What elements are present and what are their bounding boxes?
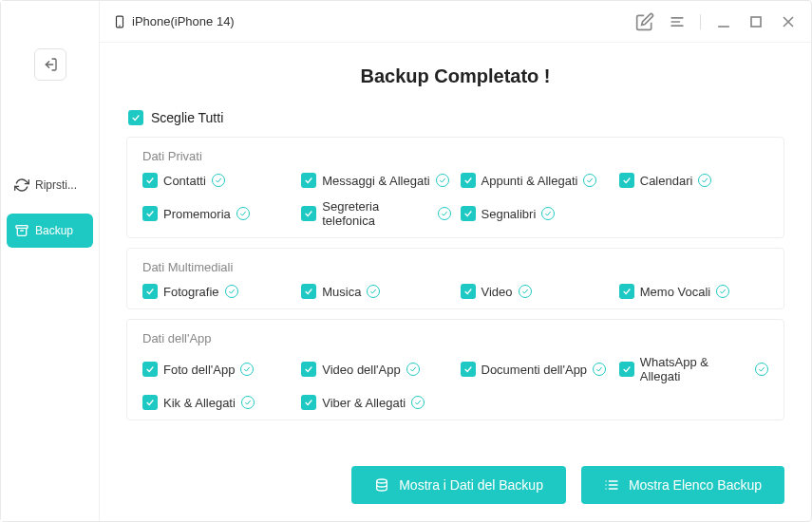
- checkbox[interactable]: [142, 362, 158, 377]
- checkbox[interactable]: [142, 284, 158, 299]
- item-label: Segreteria telefonica: [322, 199, 431, 228]
- checkbox[interactable]: [142, 173, 158, 188]
- data-type-item[interactable]: Memo Vocali: [619, 284, 768, 299]
- footer-actions: Mostra i Dati del Backup Mostra Elenco B…: [126, 449, 784, 504]
- data-type-item[interactable]: Kik & Allegati: [142, 395, 292, 410]
- svg-point-12: [377, 479, 387, 483]
- data-type-item[interactable]: Viber & Allegati: [301, 395, 450, 410]
- checkbox[interactable]: [619, 284, 634, 299]
- data-type-item[interactable]: Promemoria: [142, 199, 292, 228]
- data-type-item[interactable]: Calendari: [619, 173, 768, 188]
- back-button[interactable]: [34, 48, 66, 81]
- main-area: iPhone(iPhone 14) Backup Completato ! Sc…: [100, 1, 811, 521]
- data-type-item[interactable]: Musica: [301, 284, 450, 299]
- checkbox[interactable]: [301, 206, 316, 221]
- device-indicator: iPhone(iPhone 14): [113, 13, 235, 30]
- check-circle-icon: [438, 207, 451, 220]
- item-label: Documenti dell'App: [482, 363, 588, 377]
- data-type-item[interactable]: Messaggi & Allegati: [301, 173, 450, 188]
- sidebar-item-label: Riprsti...: [35, 178, 77, 192]
- check-circle-icon: [406, 363, 420, 376]
- refresh-icon: [14, 177, 29, 193]
- app-window: Riprsti... Backup iPhone(iPhone 14): [0, 0, 812, 522]
- button-label: Mostra i Dati del Backup: [399, 477, 543, 493]
- select-all-checkbox[interactable]: [128, 110, 143, 125]
- checkbox[interactable]: [142, 395, 158, 410]
- item-label: Appunti & Allegati: [482, 174, 578, 188]
- archive-icon: [14, 223, 29, 238]
- data-type-item[interactable]: Appunti & Allegati: [461, 173, 610, 188]
- item-label: Viber & Allegati: [322, 396, 406, 410]
- maximize-button[interactable]: [746, 12, 765, 31]
- check-circle-icon: [411, 396, 425, 409]
- menu-icon[interactable]: [668, 12, 687, 31]
- checkbox[interactable]: [301, 395, 316, 410]
- window-controls: [635, 12, 798, 31]
- data-type-item[interactable]: Video dell'App: [301, 355, 450, 383]
- section-title: Dati dell'App: [142, 331, 768, 345]
- sidebar-item-label: Backup: [35, 224, 73, 237]
- check-circle-icon: [212, 174, 225, 187]
- select-all-row[interactable]: Sceglie Tutti: [126, 110, 784, 125]
- checkbox[interactable]: [461, 173, 476, 188]
- sidebar-item-restore[interactable]: Riprsti...: [7, 168, 93, 202]
- check-circle-icon: [519, 285, 532, 298]
- check-circle-icon: [241, 396, 255, 409]
- checkbox[interactable]: [461, 206, 476, 221]
- item-label: Musica: [322, 285, 361, 299]
- checkbox[interactable]: [142, 206, 158, 221]
- minimize-button[interactable]: [714, 12, 733, 31]
- content: Backup Completato ! Sceglie Tutti Dati P…: [100, 43, 811, 521]
- check-circle-icon: [698, 174, 711, 187]
- stack-icon: [374, 477, 389, 493]
- section-panel: Dati PrivatiContattiMessaggi & AllegatiA…: [126, 137, 784, 238]
- sidebar: Riprsti... Backup: [1, 1, 100, 521]
- select-all-label: Sceglie Tutti: [151, 110, 223, 125]
- item-label: Calendari: [640, 174, 693, 188]
- data-type-item[interactable]: Foto dell'App: [142, 355, 292, 383]
- device-name: iPhone(iPhone 14): [132, 14, 235, 28]
- data-type-item[interactable]: WhatsApp & Allegati: [619, 355, 768, 383]
- item-label: Segnalibri: [482, 207, 537, 221]
- checkbox[interactable]: [301, 284, 316, 299]
- show-backup-data-button[interactable]: Mostra i Dati del Backup: [351, 466, 566, 504]
- phone-icon: [113, 13, 126, 30]
- button-label: Mostra Elenco Backup: [629, 477, 762, 493]
- titlebar: iPhone(iPhone 14): [100, 1, 811, 43]
- separator: [700, 14, 701, 29]
- checkbox[interactable]: [301, 362, 316, 377]
- checkbox[interactable]: [619, 173, 634, 188]
- item-label: Memo Vocali: [640, 285, 710, 299]
- section-title: Dati Multimediali: [142, 260, 768, 274]
- checkbox[interactable]: [461, 362, 476, 377]
- check-circle-icon: [593, 363, 606, 376]
- checkbox[interactable]: [461, 284, 476, 299]
- item-label: Messaggi & Allegati: [322, 174, 429, 188]
- item-label: Promemoria: [163, 207, 231, 221]
- show-backup-list-button[interactable]: Mostra Elenco Backup: [581, 466, 784, 504]
- data-type-item[interactable]: Documenti dell'App: [461, 355, 610, 383]
- section-title: Dati Privati: [142, 149, 768, 163]
- check-circle-icon: [236, 207, 250, 220]
- data-type-item[interactable]: Fotografie: [142, 284, 292, 299]
- check-circle-icon: [716, 285, 729, 298]
- item-grid: ContattiMessaggi & AllegatiAppunti & All…: [142, 173, 768, 228]
- check-circle-icon: [436, 174, 449, 187]
- edit-icon[interactable]: [635, 12, 654, 31]
- item-label: Fotografie: [163, 285, 219, 299]
- data-type-item[interactable]: Segreteria telefonica: [301, 199, 450, 228]
- check-circle-icon: [367, 285, 380, 298]
- svg-rect-9: [751, 17, 761, 27]
- data-type-item[interactable]: Segnalibri: [461, 199, 610, 228]
- check-circle-icon: [225, 285, 238, 298]
- sidebar-item-backup[interactable]: Backup: [7, 214, 93, 248]
- checkbox[interactable]: [619, 362, 634, 377]
- checkbox[interactable]: [301, 173, 316, 188]
- item-label: WhatsApp & Allegati: [640, 355, 749, 383]
- data-type-item[interactable]: Contatti: [142, 173, 292, 188]
- close-button[interactable]: [779, 12, 798, 31]
- item-grid: FotografieMusicaVideoMemo Vocali: [142, 284, 768, 299]
- data-type-item[interactable]: Video: [461, 284, 610, 299]
- item-label: Video dell'App: [322, 363, 400, 377]
- nav-group: Riprsti... Backup: [1, 168, 99, 248]
